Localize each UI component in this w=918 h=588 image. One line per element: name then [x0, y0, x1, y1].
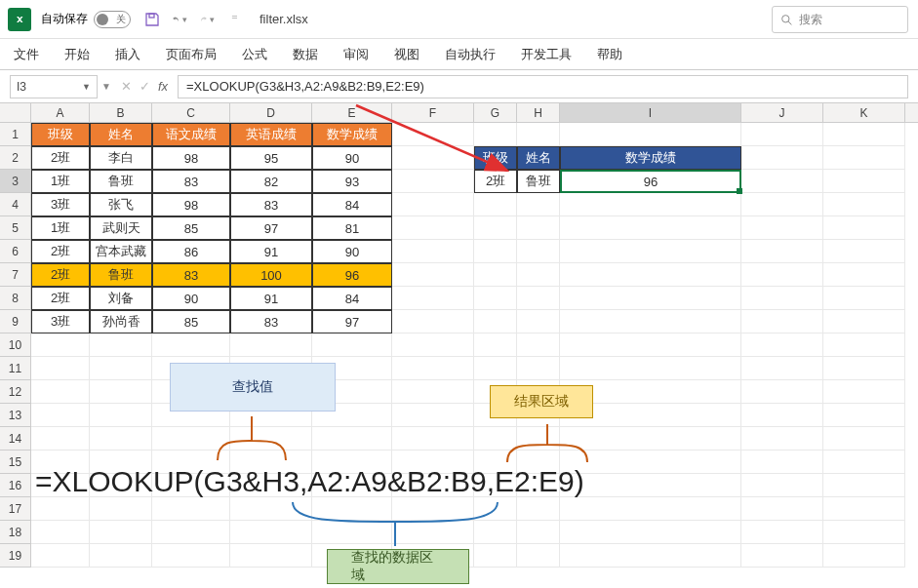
cell-G14[interactable]	[474, 427, 517, 451]
cell-E17[interactable]	[312, 497, 392, 521]
cell-B14[interactable]	[90, 427, 152, 451]
fx-icon[interactable]: fx	[158, 79, 168, 94]
cell-E2[interactable]: 90	[312, 146, 392, 170]
cell-J4[interactable]	[741, 193, 823, 216]
expand-name-box-icon[interactable]: ▼	[101, 81, 111, 92]
cell-C2[interactable]: 98	[152, 146, 230, 170]
row-header-15[interactable]: 15	[0, 451, 31, 474]
cell-D5[interactable]: 97	[230, 216, 312, 240]
cell-G11[interactable]	[474, 357, 517, 380]
cell-B11[interactable]	[90, 357, 152, 380]
cell-H6[interactable]	[517, 240, 560, 263]
ribbon-tab-8[interactable]: 自动执行	[443, 40, 498, 69]
cell-F12[interactable]	[392, 380, 474, 404]
cell-F8[interactable]	[392, 287, 474, 310]
cell-B7[interactable]: 鲁班	[90, 263, 152, 287]
cell-B2[interactable]: 李白	[90, 146, 152, 170]
cell-F2[interactable]	[392, 146, 474, 170]
cell-I17[interactable]	[560, 497, 741, 521]
cell-I2[interactable]: 数学成绩	[560, 146, 741, 170]
cell-K13[interactable]	[823, 404, 905, 427]
cell-E1[interactable]: 数学成绩	[312, 123, 392, 146]
cell-D18[interactable]	[230, 521, 312, 544]
row-header-7[interactable]: 7	[0, 263, 31, 287]
ribbon-tab-1[interactable]: 开始	[62, 40, 92, 69]
cell-H19[interactable]	[517, 544, 560, 568]
cell-H17[interactable]	[517, 497, 560, 521]
cell-H3[interactable]: 鲁班	[517, 170, 560, 193]
cell-E18[interactable]	[312, 521, 392, 544]
ribbon-tab-5[interactable]: 数据	[291, 40, 320, 69]
cell-E4[interactable]: 84	[312, 193, 392, 216]
cell-J8[interactable]	[741, 287, 823, 310]
col-header-E[interactable]: E	[312, 103, 392, 122]
cell-J1[interactable]	[741, 123, 823, 146]
row-header-4[interactable]: 4	[0, 193, 31, 216]
cell-A18[interactable]	[31, 521, 90, 544]
row-header-11[interactable]: 11	[0, 357, 31, 380]
cell-G2[interactable]: 班级	[474, 146, 517, 170]
cell-J11[interactable]	[741, 357, 823, 380]
cell-K15[interactable]	[823, 451, 905, 474]
search-input[interactable]: 搜索	[772, 6, 908, 33]
row-header-2[interactable]: 2	[0, 146, 31, 170]
cell-D8[interactable]: 91	[230, 287, 312, 310]
cell-B4[interactable]: 张飞	[90, 193, 152, 216]
cell-A11[interactable]	[31, 357, 90, 380]
cell-I18[interactable]	[560, 521, 741, 544]
row-header-3[interactable]: 3	[0, 170, 31, 193]
cell-A17[interactable]	[31, 497, 90, 521]
cell-F18[interactable]	[392, 521, 474, 544]
cell-A19[interactable]	[31, 544, 90, 568]
cell-J19[interactable]	[741, 544, 823, 568]
cell-D7[interactable]: 100	[230, 263, 312, 287]
cell-C1[interactable]: 语文成绩	[152, 123, 230, 146]
cell-F4[interactable]	[392, 193, 474, 216]
cell-F10[interactable]	[392, 333, 474, 357]
cell-I10[interactable]	[560, 333, 741, 357]
cell-K16[interactable]	[823, 474, 905, 497]
cell-K1[interactable]	[823, 123, 905, 146]
cell-J17[interactable]	[741, 497, 823, 521]
cell-C6[interactable]: 86	[152, 240, 230, 263]
row-header-5[interactable]: 5	[0, 216, 31, 240]
cell-I6[interactable]	[560, 240, 741, 263]
cell-D17[interactable]	[230, 497, 312, 521]
cell-A8[interactable]: 2班	[31, 287, 90, 310]
cell-F9[interactable]	[392, 310, 474, 333]
col-header-H[interactable]: H	[517, 103, 560, 122]
cell-E3[interactable]: 93	[312, 170, 392, 193]
cell-K8[interactable]	[823, 287, 905, 310]
col-header-D[interactable]: D	[230, 103, 312, 122]
cell-E8[interactable]: 84	[312, 287, 392, 310]
cell-K18[interactable]	[823, 521, 905, 544]
cell-G8[interactable]	[474, 287, 517, 310]
row-header-13[interactable]: 13	[0, 404, 31, 427]
cell-I4[interactable]	[560, 193, 741, 216]
cell-J2[interactable]	[741, 146, 823, 170]
cell-H7[interactable]	[517, 263, 560, 287]
cell-K3[interactable]	[823, 170, 905, 193]
cell-D4[interactable]: 83	[230, 193, 312, 216]
cell-A12[interactable]	[31, 380, 90, 404]
row-header-10[interactable]: 10	[0, 333, 31, 357]
cell-B5[interactable]: 武则天	[90, 216, 152, 240]
redo-icon[interactable]: ▾	[199, 12, 215, 27]
cell-A6[interactable]: 2班	[31, 240, 90, 263]
cell-D3[interactable]: 82	[230, 170, 312, 193]
cell-H2[interactable]: 姓名	[517, 146, 560, 170]
cell-G6[interactable]	[474, 240, 517, 263]
cell-C8[interactable]: 90	[152, 287, 230, 310]
cell-I9[interactable]	[560, 310, 741, 333]
cell-E7[interactable]: 96	[312, 263, 392, 287]
cell-J18[interactable]	[741, 521, 823, 544]
cell-K6[interactable]	[823, 240, 905, 263]
cell-G9[interactable]	[474, 310, 517, 333]
cells-area[interactable]: 班级姓名语文成绩英语成绩数学成绩2班李白989590班级姓名数学成绩1班鲁班83…	[31, 123, 905, 568]
cell-H10[interactable]	[517, 333, 560, 357]
cell-J16[interactable]	[741, 474, 823, 497]
cell-A4[interactable]: 3班	[31, 193, 90, 216]
cell-I15[interactable]	[560, 451, 741, 474]
cell-A10[interactable]	[31, 333, 90, 357]
cell-J15[interactable]	[741, 451, 823, 474]
